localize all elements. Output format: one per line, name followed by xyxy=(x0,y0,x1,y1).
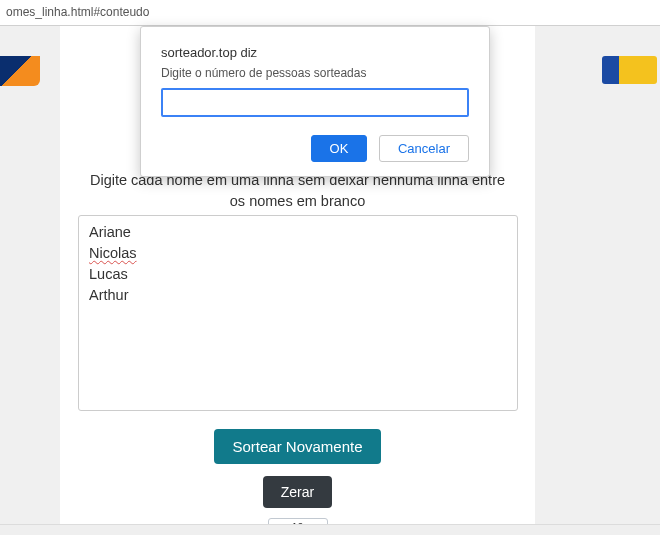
address-bar[interactable]: omes_linha.html#conteudo xyxy=(0,0,660,26)
dialog-message: Digite o número de pessoas sorteadas xyxy=(161,66,469,80)
horizontal-scrollbar[interactable] xyxy=(0,524,660,535)
dialog-origin: sorteador.top diz xyxy=(161,45,469,60)
js-prompt-dialog: sorteador.top diz Digite o número de pes… xyxy=(140,26,490,177)
names-textarea[interactable]: ArianeNicolasLucasArthur xyxy=(78,215,518,411)
dialog-actions: OK Cancelar xyxy=(161,135,469,162)
dialog-input[interactable] xyxy=(161,88,469,117)
dialog-ok-button[interactable]: OK xyxy=(311,135,368,162)
ad-banner-right[interactable] xyxy=(602,56,657,84)
button-area: Sortear Novamente Zerar 19 Curtir xyxy=(60,429,535,535)
zerar-button[interactable]: Zerar xyxy=(263,476,332,508)
name-line: Ariane xyxy=(89,222,507,243)
name-line: Nicolas xyxy=(89,243,507,264)
sortear-button[interactable]: Sortear Novamente xyxy=(214,429,380,464)
ad-banner-left[interactable] xyxy=(0,56,40,86)
address-bar-text: omes_linha.html#conteudo xyxy=(6,5,149,19)
name-line: Lucas xyxy=(89,264,507,285)
name-line: Arthur xyxy=(89,285,507,306)
dialog-cancel-button[interactable]: Cancelar xyxy=(379,135,469,162)
